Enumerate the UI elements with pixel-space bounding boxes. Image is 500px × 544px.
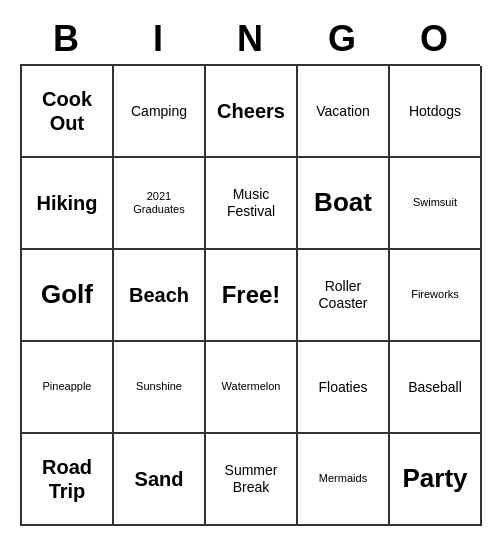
cell-text-r3-c1: Sunshine xyxy=(136,380,182,393)
title-o: O xyxy=(390,18,478,60)
cell-r3-c0: Pineapple xyxy=(22,342,114,434)
cell-text-r2-c3: Roller Coaster xyxy=(318,278,367,312)
cell-text-r4-c3: Mermaids xyxy=(319,472,367,485)
title-g: G xyxy=(298,18,386,60)
cell-r1-c0: Hiking xyxy=(22,158,114,250)
cell-r4-c3: Mermaids xyxy=(298,434,390,526)
cell-text-r1-c1: 2021 Graduates xyxy=(133,190,184,216)
cell-text-r3-c0: Pineapple xyxy=(43,380,92,393)
cell-text-r4-c0: Road Trip xyxy=(42,455,92,503)
cell-r3-c1: Sunshine xyxy=(114,342,206,434)
cell-r4-c1: Sand xyxy=(114,434,206,526)
cell-text-r4-c1: Sand xyxy=(135,467,184,491)
cell-r0-c4: Hotdogs xyxy=(390,66,482,158)
cell-r3-c3: Floaties xyxy=(298,342,390,434)
cell-r4-c2: Summer Break xyxy=(206,434,298,526)
cell-r2-c4: Fireworks xyxy=(390,250,482,342)
cell-r4-c4: Party xyxy=(390,434,482,526)
cell-text-r0-c4: Hotdogs xyxy=(409,103,461,120)
cell-r0-c0: Cook Out xyxy=(22,66,114,158)
cell-text-r2-c0: Golf xyxy=(41,279,93,310)
cell-r1-c1: 2021 Graduates xyxy=(114,158,206,250)
cell-text-r2-c1: Beach xyxy=(129,283,189,307)
cell-r0-c2: Cheers xyxy=(206,66,298,158)
cell-text-r1-c3: Boat xyxy=(314,187,372,218)
cell-r1-c3: Boat xyxy=(298,158,390,250)
cell-r2-c2: Free! xyxy=(206,250,298,342)
cell-text-r2-c2: Free! xyxy=(222,281,281,310)
cell-r4-c0: Road Trip xyxy=(22,434,114,526)
cell-r3-c2: Watermelon xyxy=(206,342,298,434)
cell-text-r1-c2: Music Festival xyxy=(227,186,275,220)
cell-text-r1-c4: Swimsuit xyxy=(413,196,457,209)
cell-r1-c2: Music Festival xyxy=(206,158,298,250)
cell-r3-c4: Baseball xyxy=(390,342,482,434)
cell-text-r3-c3: Floaties xyxy=(318,379,367,396)
cell-r2-c1: Beach xyxy=(114,250,206,342)
cell-text-r0-c3: Vacation xyxy=(316,103,369,120)
title-i: I xyxy=(114,18,202,60)
cell-text-r4-c2: Summer Break xyxy=(225,462,278,496)
cell-text-r4-c4: Party xyxy=(402,463,467,494)
cell-r0-c1: Camping xyxy=(114,66,206,158)
cell-text-r2-c4: Fireworks xyxy=(411,288,459,301)
cell-r2-c0: Golf xyxy=(22,250,114,342)
cell-r0-c3: Vacation xyxy=(298,66,390,158)
cell-text-r3-c4: Baseball xyxy=(408,379,462,396)
bingo-title: B I N G O xyxy=(20,18,480,60)
title-n: N xyxy=(206,18,294,60)
cell-r2-c3: Roller Coaster xyxy=(298,250,390,342)
bingo-grid: Cook OutCampingCheersVacationHotdogsHiki… xyxy=(20,64,480,526)
cell-text-r0-c0: Cook Out xyxy=(42,87,92,135)
cell-text-r1-c0: Hiking xyxy=(36,191,97,215)
cell-text-r3-c2: Watermelon xyxy=(222,380,281,393)
cell-text-r0-c1: Camping xyxy=(131,103,187,120)
cell-r1-c4: Swimsuit xyxy=(390,158,482,250)
cell-text-r0-c2: Cheers xyxy=(217,99,285,123)
title-b: B xyxy=(22,18,110,60)
